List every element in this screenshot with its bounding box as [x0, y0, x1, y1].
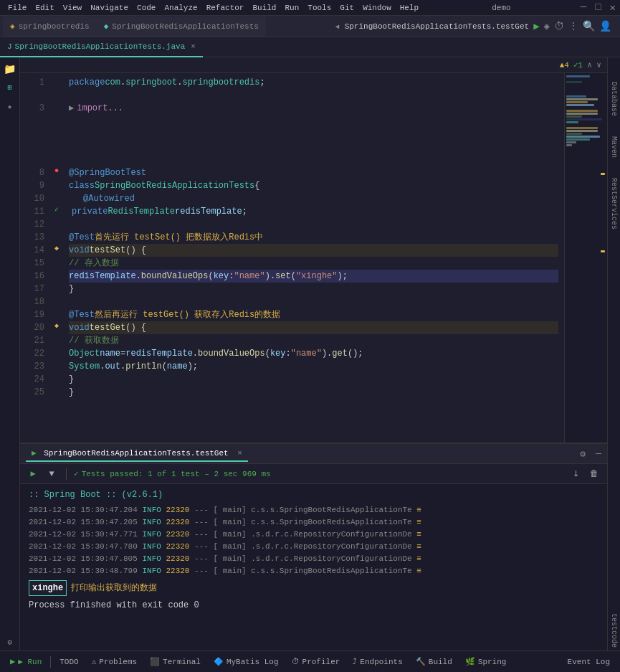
- search-icon[interactable]: 🔍: [583, 20, 595, 32]
- code-line-4: [69, 115, 558, 128]
- rerun-button[interactable]: ▶: [26, 467, 40, 481]
- run-toolbar: ▶ ▼ ✓ Tests passed: 1 of 1 test – 2 sec …: [20, 464, 607, 484]
- mybatis-btn-label: MyBatis Log: [226, 658, 279, 666]
- profiler-button[interactable]: ⏱ Profiler: [286, 656, 346, 668]
- menu-build[interactable]: Build: [249, 4, 280, 12]
- code-line-5: [69, 128, 558, 141]
- minimap-warning2: [601, 250, 605, 252]
- minimap-warning: [601, 173, 605, 175]
- menu-bar[interactable]: File Edit View Navigate Code Analyze Ref…: [4, 4, 422, 12]
- process-end-line: Process finished with exit code 0: [29, 599, 598, 612]
- profiler-btn-label: Profiler: [302, 658, 340, 666]
- user-icon[interactable]: 👤: [599, 20, 611, 32]
- menu-window[interactable]: Window: [359, 4, 395, 12]
- debug-icon[interactable]: ◈: [544, 20, 550, 32]
- problems-button[interactable]: ⚠ Problems: [86, 656, 143, 668]
- menu-navigate[interactable]: Navigate: [87, 4, 132, 12]
- nav-arrows[interactable]: ∧ ∨: [587, 60, 601, 70]
- warning-count: ▲4: [560, 61, 569, 70]
- run-tab-label: SpringBootRedisApplicationTests.testGet: [44, 449, 228, 458]
- run-settings-icon[interactable]: ⚙: [580, 448, 586, 460]
- right-sidebar: Database Maven RestServices testcode: [607, 57, 620, 650]
- sidebar-favorites-icon[interactable]: ★: [1, 98, 19, 115]
- right-tab-database[interactable]: Database: [609, 79, 619, 119]
- output-comment: 打印输出获取到的数据: [71, 582, 157, 595]
- code-line-6: [69, 141, 558, 153]
- code-line-1: package com.springboot.springbootredis;: [69, 76, 558, 89]
- code-line-19: @Test 然后再运行 testGet() 获取存入Redis的数据: [69, 308, 558, 321]
- run-icon-bottom: ▶: [10, 656, 15, 667]
- line-numbers: 1 3 8 9 10 11 12 13 14 15 16 1: [20, 73, 50, 443]
- run-panel-close[interactable]: —: [596, 448, 601, 459]
- code-editor[interactable]: package com.springboot.springbootredis; …: [63, 73, 564, 443]
- right-tab-maven[interactable]: Maven: [609, 133, 619, 161]
- tab-tests-label: SpringBootRedisApplicationTests: [112, 22, 259, 31]
- editor-area: ▲4 ✓1 ∧ ∨ 1 3 8 9 10 11: [20, 57, 607, 443]
- expand-button[interactable]: ▼: [44, 467, 59, 481]
- log-line-3: 2021-12-02 15:30:47.771 INFO 22320 --- […: [29, 529, 598, 541]
- minimize-button[interactable]: ─: [581, 1, 586, 14]
- endpoints-btn-label: Endpoints: [360, 658, 402, 666]
- menu-git[interactable]: Git: [336, 4, 358, 12]
- sidebar-project-icon[interactable]: 📁: [1, 60, 19, 77]
- left-sidebar: 📁 ⊞ ★ ⚙: [0, 57, 20, 650]
- menu-code[interactable]: Code: [133, 4, 159, 12]
- code-line-24: }: [69, 373, 558, 386]
- file-tab-main[interactable]: J SpringBootRedisApplicationTests.java ×: [0, 37, 203, 57]
- event-log-button[interactable]: Event Log: [562, 656, 616, 668]
- build-button[interactable]: 🔨 Build: [410, 656, 458, 668]
- menu-refactor[interactable]: Refactor: [203, 4, 248, 12]
- code-line-20: void testGet() {: [69, 321, 558, 334]
- code-line-12: [69, 218, 558, 231]
- run-tab-active[interactable]: ▶ SpringBootRedisApplicationTests.testGe…: [26, 445, 248, 462]
- maximize-button[interactable]: □: [595, 1, 601, 14]
- close-button[interactable]: ✕: [610, 1, 616, 14]
- app-title: demo: [422, 4, 581, 12]
- file-tab-bar: J SpringBootRedisApplicationTests.java ×: [0, 37, 620, 57]
- trash-icon[interactable]: 🗑: [587, 467, 601, 481]
- bottom-toolbar: ▶ ▶ Run TODO ⚠ Problems ⬛ Terminal 🔷 MyB…: [0, 650, 620, 672]
- right-tab-restservices[interactable]: RestServices: [609, 175, 619, 232]
- run-config-label: SpringBootRedisApplicationTests.testGet: [345, 22, 529, 31]
- title-bar: File Edit View Navigate Code Analyze Ref…: [0, 0, 620, 16]
- right-tab-testcode[interactable]: testcode: [609, 610, 619, 650]
- mybatis-button[interactable]: 🔷 MyBatis Log: [208, 656, 285, 668]
- import-icon[interactable]: ⤓: [568, 467, 583, 481]
- terminal-btn-label: Terminal: [163, 658, 201, 666]
- run-panel-content: :: Spring Boot :: (v2.6.1) 2021-12-02 15…: [20, 484, 607, 650]
- menu-view[interactable]: View: [59, 4, 85, 12]
- menu-file[interactable]: File: [4, 4, 30, 12]
- file-tab-close[interactable]: ×: [191, 42, 196, 51]
- profile-icon[interactable]: ⏱: [554, 21, 564, 32]
- editor-header: ▲4 ✓1 ∧ ∨: [20, 57, 607, 73]
- nav-back-icon[interactable]: ◂: [334, 20, 340, 32]
- spring-button[interactable]: 🌿 Spring: [459, 656, 512, 668]
- menu-edit[interactable]: Edit: [32, 4, 57, 12]
- tab-tests[interactable]: ◆ SpringBootRedisApplicationTests: [97, 16, 266, 37]
- sidebar-settings-icon[interactable]: ⚙: [1, 633, 19, 650]
- menu-help[interactable]: Help: [396, 4, 422, 12]
- log-line-4: 2021-12-02 15:30:47.780 INFO 22320 --- […: [29, 541, 598, 553]
- terminal-button[interactable]: ⬛ Terminal: [144, 656, 206, 668]
- more-icon[interactable]: ⋮: [568, 20, 578, 32]
- run-panel: ▶ SpringBootRedisApplicationTests.testGe…: [20, 443, 607, 650]
- code-line-7: [69, 153, 558, 166]
- window-controls[interactable]: ─ □ ✕: [581, 1, 616, 14]
- menu-analyze[interactable]: Analyze: [161, 4, 201, 12]
- run-tab-close[interactable]: ×: [237, 449, 242, 458]
- profiler-icon: ⏱: [292, 657, 300, 666]
- main-layout: 📁 ⊞ ★ ⚙ ▲4 ✓1 ∧ ∨ 1 3: [0, 57, 620, 650]
- menu-tools[interactable]: Tools: [304, 4, 335, 12]
- todo-button[interactable]: TODO: [54, 656, 84, 668]
- spring-boot-line: :: Spring Boot :: (v2.6.1): [29, 488, 598, 501]
- sidebar-structure-icon[interactable]: ⊞: [1, 79, 19, 96]
- menu-run[interactable]: Run: [281, 4, 302, 12]
- event-log-label: Event Log: [568, 658, 610, 666]
- endpoints-button[interactable]: ⤴ Endpoints: [347, 656, 408, 668]
- run-icon[interactable]: ▶: [533, 20, 539, 32]
- build-icon: 🔨: [416, 657, 426, 666]
- check-icon: ✓: [74, 469, 79, 478]
- breakpoint-8[interactable]: ●: [50, 166, 63, 179]
- tab-project[interactable]: ◈ springbootredis: [3, 16, 97, 37]
- run-button[interactable]: ▶ ▶ Run: [4, 655, 47, 668]
